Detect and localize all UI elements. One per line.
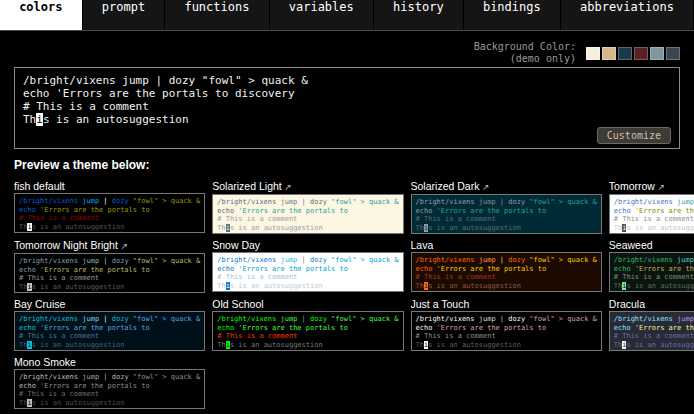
terminal-text: 'Errors are the portals to (635, 324, 694, 332)
terminal-text: jump (479, 198, 496, 206)
terminal-text: s is an autosuggestion (230, 224, 323, 232)
theme-preview-terminal[interactable]: /bright/vixens jump | dozy "fowl" > quac… (609, 252, 694, 292)
terminal-text: /bright/vixens (217, 256, 276, 264)
bg-color-swatch-6[interactable] (666, 47, 680, 60)
terminal-text: s is an autosuggestion (626, 282, 694, 290)
terminal-text: /bright/vixens (19, 197, 78, 205)
terminal-line: echo 'Errors are the portals to (217, 265, 398, 274)
terminal-text: /bright/vixens (416, 198, 475, 206)
bg-color-swatch-1[interactable] (586, 47, 600, 60)
terminal-text: 'Errors are the portals to (40, 382, 150, 390)
terminal-text: jump (479, 315, 496, 323)
terminal-line: echo 'Errors are the portals to (416, 207, 597, 216)
terminal-text: Th (614, 224, 622, 232)
tab-variables[interactable]: variables (270, 0, 374, 30)
tab-functions[interactable]: functions (165, 0, 269, 30)
tab-history[interactable]: history (374, 0, 464, 30)
tab-bindings[interactable]: bindings (464, 0, 561, 30)
tab-prompt[interactable]: prompt (83, 0, 166, 30)
terminal-text: "fowl" > quack & (133, 373, 200, 381)
terminal-text: echo (614, 265, 631, 273)
theme-preview-terminal[interactable]: /bright/vixens jump | dozy "fowl" > quac… (14, 193, 205, 233)
external-link-icon[interactable]: ↗ (655, 182, 665, 192)
terminal-text: jump (281, 198, 298, 206)
terminal-line: /bright/vixens jump | dozy "fowl" > quac… (217, 256, 398, 265)
terminal-text: Th (217, 224, 225, 232)
terminal-line: /bright/vixens jump | dozy "fowl" > quac… (416, 198, 597, 207)
terminal-text: # This is a comment (19, 274, 99, 282)
theme-preview-terminal[interactable]: /bright/vixens jump | dozy "fowl" > quac… (411, 311, 602, 351)
background-color-labels: Background Color: (demo only) (474, 41, 576, 65)
theme-card: Bay Cruise/bright/vixens jump | dozy "fo… (14, 297, 205, 351)
theme-preview-terminal[interactable]: /bright/vixens jump | dozy "fowl" > quac… (212, 252, 403, 292)
theme-preview-terminal[interactable]: /bright/vixens jump | dozy "fowl" > quac… (212, 194, 403, 234)
terminal-line: # This is a comment (19, 390, 200, 399)
theme-name: Seaweed (609, 238, 694, 252)
theme-preview-terminal[interactable]: /bright/vixens jump | dozy "fowl" > quac… (411, 252, 602, 292)
terminal-text: /bright/vixens (217, 315, 276, 323)
terminal-line: This is an autosuggestion (416, 341, 597, 350)
terminal-text: echo (614, 207, 631, 215)
terminal-text: "fowl" > quack & (529, 256, 596, 264)
bg-color-swatch-2[interactable] (602, 47, 616, 60)
theme-grid: fish default/bright/vixens jump | dozy "… (14, 179, 680, 409)
tab-abbreviations[interactable]: abbreviations (561, 0, 694, 30)
terminal-text: # This is a comment (614, 332, 694, 340)
external-link-icon[interactable]: ↗ (282, 182, 292, 192)
terminal-line: This is an autosuggestion (19, 223, 200, 232)
theme-preview-terminal[interactable]: /bright/vixens jump | dozy "fowl" > quac… (14, 369, 205, 409)
terminal-text: dozy (310, 256, 327, 264)
theme-card: Old School/bright/vixens jump | dozy "fo… (212, 297, 403, 351)
theme-card: Snow Day/bright/vixens jump | dozy "fowl… (212, 238, 403, 293)
terminal-text: s is an autosuggestion (428, 282, 521, 290)
theme-preview-terminal[interactable]: /bright/vixens jump | dozy "fowl" > quac… (212, 311, 403, 351)
terminal-text: dozy (112, 257, 129, 265)
bg-color-swatch-3[interactable] (618, 47, 632, 60)
theme-preview-terminal[interactable]: /bright/vixens jump | dozy "fowl" > quac… (14, 311, 205, 351)
terminal-text: | (99, 257, 112, 265)
terminal-text: /bright/vixens (217, 198, 276, 206)
terminal-text: "fowl" > quack & (331, 256, 398, 264)
terminal-text: # This is a comment (416, 273, 496, 281)
theme-preview-terminal[interactable]: /bright/vixens jump | dozy "fowl" > quac… (609, 311, 694, 351)
terminal-text: dozy (310, 198, 327, 206)
theme-card: Dracula/bright/vixens jump | dozy "fowl"… (609, 297, 694, 351)
external-link-icon[interactable]: ↗ (118, 241, 128, 251)
terminal-text: /bright/vixens (19, 257, 78, 265)
terminal-text: 'Errors are the portals to (635, 207, 694, 215)
customize-button[interactable]: Customize (597, 127, 671, 144)
terminal-text: "fowl" > quack & (331, 198, 398, 206)
terminal-line: echo 'Errors are the portals to (614, 265, 694, 274)
terminal-text: /bright/vixens (614, 198, 673, 206)
theme-card: Just a Touch/bright/vixens jump | dozy "… (411, 297, 602, 351)
terminal-text: echo 'Errors are the portals to discover… (23, 87, 295, 100)
terminal-text: jump (281, 315, 298, 323)
terminal-line: echo 'Errors are the portals to (19, 324, 200, 333)
terminal-text: Th (614, 282, 622, 290)
terminal-line: /bright/vixens jump | dozy "fowl" > quac… (217, 315, 398, 324)
terminal-line: This is an autosuggestion (19, 341, 200, 350)
external-link-icon[interactable]: ↗ (479, 182, 489, 192)
theme-preview-terminal[interactable]: /bright/vixens jump | dozy "fowl" > quac… (14, 253, 205, 293)
terminal-text: "fowl" > quack & (133, 197, 200, 205)
terminal-line: This is an autosuggestion (416, 224, 597, 233)
theme-preview-terminal[interactable]: /bright/vixens jump | dozy "fowl" > quac… (609, 194, 694, 234)
terminal-line: echo 'Errors are the portals to (19, 206, 200, 215)
theme-preview-terminal[interactable]: /bright/vixens jump | dozy "fowl" > quac… (411, 194, 602, 234)
terminal-text: s is an autosuggestion (428, 224, 521, 232)
terminal-text: Th (416, 224, 424, 232)
terminal-text: jump (479, 256, 496, 264)
theme-name: Snow Day (212, 238, 403, 252)
bg-color-swatch-5[interactable] (650, 47, 664, 60)
theme-card: Tomorrow ↗/bright/vixens jump | dozy "fo… (609, 179, 694, 234)
background-color-label: Background Color: (474, 41, 576, 53)
terminal-line: # This is a comment (23, 100, 671, 113)
terminal-text: /bright/vixens (614, 256, 673, 264)
terminal-text: # This is a comment (614, 273, 694, 281)
terminal-line: echo 'Errors are the portals to (217, 324, 398, 333)
bg-color-swatch-4[interactable] (634, 47, 648, 60)
tab-colors[interactable]: colors (0, 0, 83, 30)
theme-card: Seaweed/bright/vixens jump | dozy "fowl"… (609, 238, 694, 293)
terminal-text: 'Errors are the portals to (40, 324, 150, 332)
terminal-text: echo (19, 206, 36, 214)
